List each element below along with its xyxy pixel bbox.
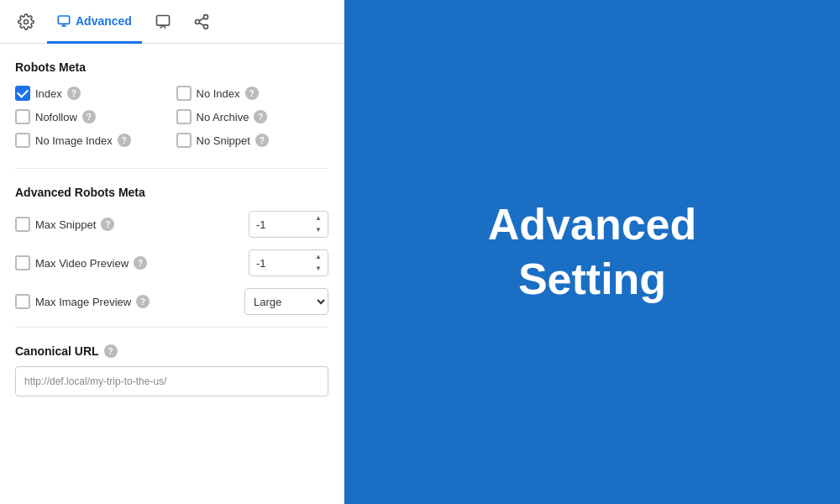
max-video-preview-spinners: ▲ ▼: [310, 251, 327, 275]
max-video-preview-checkbox[interactable]: [15, 255, 30, 270]
checkbox-index-label: Index: [35, 87, 62, 100]
checkbox-no-snippet-label: No Snippet: [197, 134, 250, 147]
robots-meta-grid: Index ? No Index ? Nofollow ? No Archive…: [15, 86, 328, 148]
svg-point-7: [203, 24, 207, 29]
left-panel: Advanced Robots Meta Index ?: [0, 0, 344, 504]
index-help-icon[interactable]: ?: [67, 87, 81, 100]
settings-icon[interactable]: [8, 4, 44, 39]
advanced-tab[interactable]: Advanced: [47, 0, 142, 44]
max-image-preview-row: Max Image Preview ? None Standard Large: [15, 288, 328, 315]
checkbox-no-image-index-input[interactable]: [15, 133, 30, 148]
max-snippet-label: Max Snippet: [35, 218, 96, 231]
checkbox-index-input[interactable]: [15, 86, 30, 101]
checkbox-no-index: No Index ?: [176, 86, 329, 101]
svg-line-8: [199, 23, 204, 25]
branch-icon[interactable]: [184, 4, 219, 39]
right-panel-text: Advanced Setting: [471, 181, 714, 323]
checkbox-no-snippet-input[interactable]: [176, 133, 192, 148]
no-index-help-icon[interactable]: ?: [245, 87, 259, 100]
right-panel: Advanced Setting: [344, 0, 840, 504]
canonical-section: Canonical URL ?: [15, 344, 328, 396]
max-video-preview-up[interactable]: ▲: [310, 251, 327, 263]
checkbox-index: Index ?: [15, 86, 168, 101]
checkbox-nofollow-input[interactable]: [15, 109, 30, 124]
max-snippet-down[interactable]: ▼: [310, 224, 327, 236]
max-image-preview-checkbox[interactable]: [15, 294, 30, 309]
advanced-robots-title: Advanced Robots Meta: [15, 186, 328, 199]
max-snippet-up[interactable]: ▲: [310, 213, 327, 224]
max-video-preview-help-icon[interactable]: ?: [134, 256, 147, 270]
divider-2: [15, 327, 328, 328]
checkbox-no-index-label: No Index: [197, 87, 240, 100]
svg-line-9: [199, 18, 204, 20]
svg-point-0: [24, 19, 29, 24]
svg-rect-1: [58, 16, 69, 24]
svg-point-5: [203, 14, 207, 18]
max-snippet-spinners: ▲ ▼: [310, 213, 327, 236]
max-snippet-help-icon[interactable]: ?: [101, 218, 114, 231]
max-video-preview-down[interactable]: ▼: [310, 263, 327, 275]
checkbox-no-index-input[interactable]: [176, 86, 192, 101]
svg-point-6: [195, 19, 199, 24]
max-video-preview-label-wrap: Max Video Preview ?: [15, 255, 242, 270]
canonical-help-icon[interactable]: ?: [104, 344, 118, 358]
max-snippet-input-wrap: ▲ ▼: [249, 211, 328, 238]
no-image-index-help-icon[interactable]: ?: [118, 134, 131, 147]
content-area: Robots Meta Index ? No Index ? Nofollow …: [0, 44, 344, 504]
checkbox-no-image-index: No Image Index ?: [15, 133, 168, 148]
checkbox-no-image-index-label: No Image Index: [35, 134, 113, 147]
canonical-label: Canonical URL ?: [15, 344, 328, 358]
nofollow-help-icon[interactable]: ?: [82, 110, 96, 123]
divider-1: [15, 168, 328, 169]
max-video-preview-row: Max Video Preview ? ▲ ▼: [15, 249, 328, 276]
checkbox-no-snippet: No Snippet ?: [176, 133, 329, 148]
canonical-label-text: Canonical URL: [15, 344, 99, 358]
no-archive-help-icon[interactable]: ?: [254, 110, 267, 123]
max-snippet-row: Max Snippet ? ▲ ▼: [15, 211, 328, 238]
max-snippet-checkbox[interactable]: [15, 217, 30, 232]
max-image-preview-label-wrap: Max Image Preview ?: [15, 294, 238, 309]
top-nav: Advanced: [0, 0, 344, 44]
robots-meta-title: Robots Meta: [15, 60, 328, 74]
max-image-preview-label: Max Image Preview: [35, 296, 131, 308]
right-text-line2: Setting: [488, 252, 697, 307]
max-image-preview-select[interactable]: None Standard Large: [244, 288, 328, 315]
max-video-preview-label: Max Video Preview: [35, 257, 129, 270]
max-snippet-label-wrap: Max Snippet ?: [15, 217, 242, 232]
checkbox-no-archive: No Archive ?: [176, 109, 329, 124]
canonical-input[interactable]: [15, 366, 328, 396]
right-text-line1: Advanced: [488, 197, 697, 252]
no-snippet-help-icon[interactable]: ?: [255, 134, 269, 147]
max-video-preview-input-wrap: ▲ ▼: [249, 249, 328, 276]
screen-icon[interactable]: [145, 4, 181, 39]
checkbox-no-archive-input[interactable]: [176, 109, 192, 124]
advanced-tab-label: Advanced: [76, 14, 132, 28]
svg-rect-4: [156, 15, 169, 25]
checkbox-nofollow: Nofollow ?: [15, 109, 168, 124]
checkbox-no-archive-label: No Archive: [197, 111, 249, 123]
max-image-preview-help-icon[interactable]: ?: [136, 295, 150, 308]
checkbox-nofollow-label: Nofollow: [35, 111, 77, 123]
